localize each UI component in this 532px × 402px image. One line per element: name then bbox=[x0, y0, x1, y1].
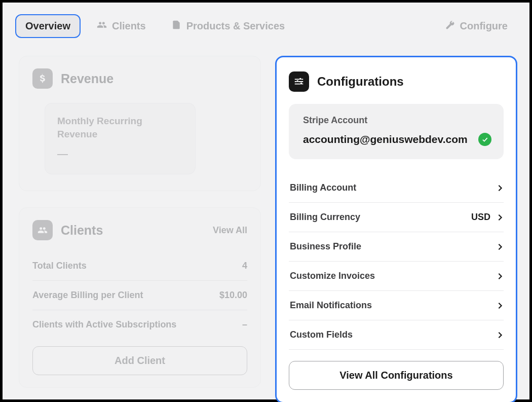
stat-label: Average Billing per Client bbox=[32, 290, 143, 301]
chevron-right-icon bbox=[498, 243, 503, 250]
mrr-label: Monthly Recurring Revenue bbox=[57, 115, 183, 140]
stat-value: 4 bbox=[242, 261, 247, 271]
view-all-configurations-button[interactable]: View All Configurations bbox=[289, 361, 504, 390]
revenue-title: Revenue bbox=[61, 71, 113, 86]
stat-value: – bbox=[242, 319, 247, 330]
chevron-right-icon bbox=[498, 302, 503, 309]
config-row-billing-currency[interactable]: Billing Currency USD bbox=[289, 203, 504, 232]
config-value: USD bbox=[471, 212, 490, 223]
people-icon bbox=[97, 20, 107, 32]
stat-row: Average Billing per Client $10.00 bbox=[32, 281, 247, 310]
chevron-right-icon bbox=[498, 185, 503, 192]
tab-bar: Overview Clients Products & Services Con… bbox=[3, 3, 529, 39]
document-icon bbox=[171, 20, 181, 32]
config-row-custom-fields[interactable]: Custom Fields bbox=[289, 320, 504, 350]
config-label: Custom Fields bbox=[290, 330, 353, 340]
tab-configure[interactable]: Configure bbox=[436, 14, 517, 39]
view-all-link[interactable]: View All bbox=[213, 225, 247, 236]
check-icon bbox=[478, 133, 491, 146]
stat-label: Clients with Active Subscriptions bbox=[32, 319, 176, 330]
config-label: Billing Account bbox=[290, 182, 356, 193]
wrench-icon bbox=[445, 20, 455, 32]
stat-row: Total Clients 4 bbox=[32, 251, 247, 281]
revenue-card: Revenue Monthly Recurring Revenue — bbox=[19, 56, 261, 191]
config-row-email-notifications[interactable]: Email Notifications bbox=[289, 291, 504, 320]
configurations-panel: Configurations Stripe Account accounting… bbox=[275, 56, 517, 402]
config-label: Email Notifications bbox=[290, 300, 372, 311]
config-row-customize-invoices[interactable]: Customize Invoices bbox=[289, 262, 504, 291]
config-label: Customize Invoices bbox=[290, 271, 375, 281]
tab-label: Products & Services bbox=[186, 20, 285, 32]
config-title: Configurations bbox=[317, 75, 404, 89]
tab-label: Overview bbox=[25, 20, 70, 32]
tab-products[interactable]: Products & Services bbox=[162, 14, 294, 39]
tab-label: Clients bbox=[112, 20, 146, 32]
sliders-icon bbox=[289, 71, 309, 92]
stat-value: $10.00 bbox=[219, 290, 247, 301]
config-label: Business Profile bbox=[290, 241, 361, 252]
clients-card: Clients View All Total Clients 4 Average… bbox=[19, 207, 261, 388]
dollar-icon bbox=[32, 68, 53, 89]
mrr-box: Monthly Recurring Revenue — bbox=[45, 103, 196, 174]
stripe-account-box: Stripe Account accounting@geniuswebdev.c… bbox=[289, 104, 504, 159]
clients-title: Clients bbox=[61, 223, 103, 238]
mrr-value: — bbox=[57, 148, 183, 160]
stripe-label: Stripe Account bbox=[303, 115, 491, 126]
stripe-email: accounting@geniuswebdev.com bbox=[303, 133, 468, 145]
tab-overview[interactable]: Overview bbox=[15, 14, 81, 38]
chevron-right-icon bbox=[498, 214, 503, 221]
tab-clients[interactable]: Clients bbox=[88, 14, 155, 39]
chevron-right-icon bbox=[498, 332, 503, 339]
chevron-right-icon bbox=[498, 273, 503, 280]
add-client-button[interactable]: Add Client bbox=[32, 346, 247, 375]
config-label: Billing Currency bbox=[290, 212, 360, 223]
config-row-billing-account[interactable]: Billing Account bbox=[289, 173, 504, 203]
tab-label: Configure bbox=[460, 20, 508, 32]
stat-row: Clients with Active Subscriptions – bbox=[32, 310, 247, 339]
stat-label: Total Clients bbox=[32, 261, 87, 271]
config-row-business-profile[interactable]: Business Profile bbox=[289, 232, 504, 262]
people-icon bbox=[32, 220, 53, 240]
